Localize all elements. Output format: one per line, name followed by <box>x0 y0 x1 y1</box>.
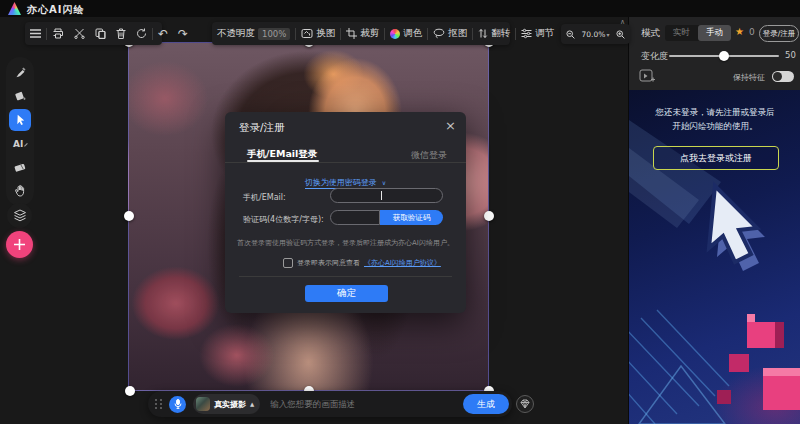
eraser-icon <box>13 161 27 173</box>
style-thumbnail <box>196 397 210 411</box>
scissors-icon <box>74 28 85 39</box>
zoom-level[interactable]: 70.0% ▾ <box>582 30 610 39</box>
generate-button[interactable]: 生成 <box>463 394 509 414</box>
fill-tool[interactable] <box>9 85 31 107</box>
drag-handle[interactable] <box>155 399 163 409</box>
flip-icon <box>478 28 488 39</box>
keep-feature-label: 保持特征 <box>733 72 765 83</box>
login-cta-button[interactable]: 点我去登录或注册 <box>653 146 779 170</box>
redo-button[interactable]: ↷ <box>173 22 193 45</box>
confirm-button[interactable]: 确定 <box>305 285 388 302</box>
pan-tool[interactable] <box>9 179 31 201</box>
cut-button[interactable] <box>69 22 90 45</box>
history-icon <box>136 28 147 39</box>
cutout-button[interactable]: 抠图 <box>428 22 472 45</box>
zoom-caret-icon: ▾ <box>606 31 609 38</box>
redo-icon: ↷ <box>178 28 188 40</box>
eraser-tool[interactable] <box>9 156 31 178</box>
layers-button[interactable] <box>7 203 32 228</box>
print-button[interactable] <box>47 22 69 45</box>
selection-handle-mid-right[interactable] <box>484 211 494 221</box>
adjust-button[interactable]: 调节 <box>516 22 559 45</box>
app-title: 亦心AI闪绘 <box>27 3 84 17</box>
divider <box>225 162 466 163</box>
zoom-in-button[interactable] <box>616 30 625 39</box>
right-panel: 模式 实时 手动 ★ 0 登录/注册 变化度 50 保持特征 <box>628 16 800 424</box>
agreement-link[interactable]: 《亦心AI闪绘用户协议》 <box>364 258 441 268</box>
prompt-input[interactable] <box>268 398 463 410</box>
mode-realtime-button[interactable]: 实时 <box>665 25 698 41</box>
zoom-control: 70.0% ▾ <box>561 24 630 44</box>
selection-handle-bottom-left[interactable] <box>125 386 135 396</box>
microphone-icon <box>174 399 182 409</box>
phone-input[interactable] <box>330 188 443 203</box>
crop-button[interactable]: 裁剪 <box>341 22 384 45</box>
star-icon: ★ <box>735 26 744 37</box>
add-reference-image-button[interactable] <box>639 69 655 84</box>
layers-icon <box>13 209 27 222</box>
ai-paint-tool[interactable]: AI <box>9 132 31 154</box>
variation-label: 变化度 <box>641 50 668 63</box>
undo-button[interactable]: ↶ <box>153 22 173 45</box>
color-button[interactable]: 调色 <box>385 22 427 45</box>
edit-toolbar: ↶ ↷ <box>25 22 162 45</box>
trash-icon <box>116 28 126 39</box>
plus-icon <box>13 238 26 251</box>
mode-label: 模式 <box>641 27 660 40</box>
text-caret <box>381 191 382 200</box>
brush-tool[interactable] <box>9 62 31 84</box>
style-name: 真实摄影 <box>214 399 246 410</box>
crop-icon <box>346 28 357 39</box>
selection-handle-mid-left[interactable] <box>124 211 134 221</box>
modal-close-button[interactable]: × <box>445 118 456 133</box>
agreement-checkbox[interactable] <box>283 258 293 268</box>
delete-button[interactable] <box>111 22 131 45</box>
zoom-out-button[interactable] <box>566 30 575 39</box>
gem-icon <box>520 399 530 409</box>
copy-button[interactable] <box>90 22 111 45</box>
cutout-label: 抠图 <box>448 27 467 40</box>
adjust-toolbar: 不透明度 100% 换图 裁剪 调色 <box>212 22 510 45</box>
mode-toggle: 实时 手动 <box>665 25 731 41</box>
canvas-scroll-up-icon[interactable]: ∧ <box>620 18 625 26</box>
divider <box>239 276 452 277</box>
undo-icon: ↶ <box>158 28 168 40</box>
pixel-art-illustration <box>629 90 800 424</box>
flip-button[interactable]: 翻转 <box>473 22 515 45</box>
titlebar: 亦心AI闪绘 <box>0 0 800 17</box>
login-register-button[interactable]: 登录/注册 <box>759 25 799 42</box>
swap-image-button[interactable]: 换图 <box>296 22 340 45</box>
phone-label: 手机/EMail: <box>243 192 286 203</box>
hamburger-icon <box>30 29 41 38</box>
mode-manual-button[interactable]: 手动 <box>698 25 731 41</box>
code-label: 验证码(4位数字/字母): <box>243 214 324 225</box>
mic-button[interactable] <box>169 396 186 413</box>
toggle-knob <box>773 72 782 81</box>
svg-text:AI: AI <box>13 139 23 149</box>
add-reference-image-icon <box>639 69 655 84</box>
add-button[interactable] <box>6 231 33 258</box>
style-selector[interactable]: 真实摄影 ▲ <box>193 394 260 414</box>
lasso-icon <box>433 28 445 39</box>
zoom-value: 70.0% <box>582 30 606 39</box>
menu-button[interactable] <box>25 22 46 45</box>
effects-button[interactable] <box>516 395 534 413</box>
code-input[interactable] <box>330 210 380 225</box>
style-caret-icon: ▲ <box>250 401 254 407</box>
select-tool[interactable] <box>9 109 31 131</box>
app-logo-icon <box>8 2 21 15</box>
variation-slider[interactable] <box>669 55 779 57</box>
preview-area: 您还未登录，请先注册或登录后 开始闪绘功能的使用。 点我去登录或注册 <box>629 90 800 424</box>
keep-feature-toggle[interactable] <box>772 71 794 82</box>
history-button[interactable] <box>131 22 152 45</box>
login-modal: 登录/注册 × 手机/EMail登录 微信登录 切换为使用密码登录 ∨ 手机/E… <box>225 112 466 313</box>
opacity-value[interactable]: 100% <box>258 28 290 40</box>
credits-count: 0 <box>749 27 755 37</box>
get-code-button[interactable]: 获取验证码 <box>380 210 443 225</box>
login-notice-line1: 您还未登录，请先注册或登录后 <box>629 106 800 120</box>
swap-image-icon <box>301 28 313 39</box>
tab-wechat-login[interactable]: 微信登录 <box>411 149 447 162</box>
variation-slider-knob[interactable] <box>719 51 729 61</box>
switch-login-row: 切换为使用密码登录 ∨ <box>225 170 466 189</box>
agreement-text: 登录即表示同意查看 <box>297 258 360 268</box>
